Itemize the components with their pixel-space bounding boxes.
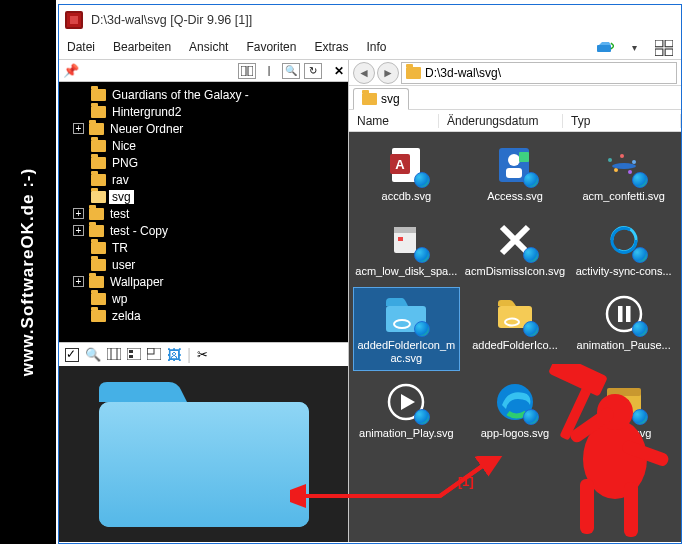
menu-bearbeiten[interactable]: Bearbeiten: [113, 40, 171, 54]
picture-icon[interactable]: 🖼: [167, 347, 181, 363]
edge-badge-icon: [632, 321, 648, 337]
layout-split-icon[interactable]: [238, 63, 256, 79]
folder-icon: [406, 67, 421, 79]
col-type[interactable]: Typ: [563, 114, 681, 128]
file-item[interactable]: Access.svg: [462, 138, 569, 209]
svg-rect-44: [619, 400, 629, 405]
tree-item[interactable]: zelda: [59, 307, 348, 324]
path-input[interactable]: D:\3d-wal\svg\: [401, 62, 677, 84]
svg-rect-0: [597, 45, 611, 52]
edge-badge-icon: [414, 321, 430, 337]
file-thumbnail: [489, 381, 541, 423]
tree-label: Wallpaper: [107, 275, 167, 289]
menu-info[interactable]: Info: [366, 40, 386, 54]
file-name: Access.svg: [487, 190, 543, 203]
dropdown-arrow-icon[interactable]: ▾: [632, 42, 637, 53]
file-name: acmDismissIcon.svg: [465, 265, 565, 278]
file-item[interactable]: acm_confetti.svg: [570, 138, 677, 209]
col-name[interactable]: Name: [349, 114, 439, 128]
folder-icon: [91, 293, 106, 305]
folder-icon: [91, 106, 106, 118]
edge-badge-icon: [632, 172, 648, 188]
menu-bar: Datei Bearbeiten Ansicht Favoriten Extra…: [59, 35, 681, 59]
menu-extras[interactable]: Extras: [314, 40, 348, 54]
filmstrip-icon[interactable]: [107, 346, 121, 364]
tree-item[interactable]: wp: [59, 290, 348, 307]
file-name: addedFolderIco...: [472, 339, 558, 352]
folder-icon: [91, 89, 106, 101]
expand-icon[interactable]: +: [73, 208, 84, 219]
nav-back-button[interactable]: ◄: [353, 62, 375, 84]
svg-rect-32: [398, 237, 403, 241]
tab-svg[interactable]: svg: [353, 88, 409, 110]
folder-tree[interactable]: Guardians of the Galaxy -Hintergrund2+Ne…: [59, 82, 348, 342]
folder-icon: [89, 208, 104, 220]
tree-item[interactable]: +test - Copy: [59, 222, 348, 239]
tree-item[interactable]: user: [59, 256, 348, 273]
close-pane-icon[interactable]: ✕: [334, 64, 344, 78]
file-item[interactable]: acmDismissIcon.svg: [462, 213, 569, 284]
preview-toolbar: 🔍 🖼 | ✂: [59, 342, 348, 366]
tree-item[interactable]: +Neuer Ordner: [59, 120, 348, 137]
right-pane: ◄ ► D:\3d-wal\svg\ svg Name Änderungsdat…: [349, 60, 681, 542]
panes: 📌 | 🔍 ↻ ✕ Guardians of the Galaxy -Hinte…: [59, 60, 681, 542]
divider: |: [260, 63, 278, 79]
thumbnail-icon[interactable]: [147, 346, 161, 364]
file-name: animation_Play.svg: [359, 427, 454, 440]
nav-forward-button[interactable]: ►: [377, 62, 399, 84]
tree-item[interactable]: +test: [59, 205, 348, 222]
preview-toggle-checkbox[interactable]: [65, 348, 79, 362]
folder-icon: [91, 157, 106, 169]
menu-datei[interactable]: Datei: [67, 40, 95, 54]
svg-rect-4: [665, 49, 673, 56]
refresh-icon[interactable]: ↻: [304, 63, 322, 79]
file-item[interactable]: activity-sync-cons...: [570, 213, 677, 284]
app-icon: [65, 11, 83, 29]
menu-ansicht[interactable]: Ansicht: [189, 40, 228, 54]
expand-icon[interactable]: +: [73, 225, 84, 236]
file-name: acm_low_disk_spa...: [355, 265, 457, 278]
tree-item[interactable]: PNG: [59, 154, 348, 171]
tab-row: svg: [349, 86, 681, 110]
expand-icon[interactable]: +: [73, 276, 84, 287]
file-item[interactable]: addedFolderIco...: [462, 287, 569, 370]
layout-grid-icon[interactable]: [655, 40, 673, 54]
tree-item[interactable]: Nice: [59, 137, 348, 154]
tree-label: test: [107, 207, 132, 221]
svg-rect-11: [129, 350, 133, 353]
edge-badge-icon: [523, 321, 539, 337]
svg-rect-3: [655, 49, 663, 56]
magnify-icon[interactable]: 🔍: [85, 347, 101, 362]
crop-icon[interactable]: ✂: [197, 347, 208, 362]
tree-item[interactable]: Hintergrund2: [59, 103, 348, 120]
app-window: D:\3d-wal\svg [Q-Dir 9.96 [1]] Datei Bea…: [58, 4, 682, 544]
magnify-icon[interactable]: 🔍: [282, 63, 300, 79]
tree-item[interactable]: TR: [59, 239, 348, 256]
tree-item[interactable]: Guardians of the Galaxy -: [59, 86, 348, 103]
tree-label: test - Copy: [107, 224, 171, 238]
tree-item[interactable]: svg: [59, 188, 348, 205]
tab-label: svg: [381, 92, 400, 106]
menu-favoriten[interactable]: Favoriten: [246, 40, 296, 54]
file-item[interactable]: animation_Play.svg: [353, 375, 460, 446]
file-item[interactable]: animation_Pause...: [570, 287, 677, 370]
file-item[interactable]: addedFolderIcon_mac.svg: [353, 287, 460, 370]
tree-item[interactable]: +Wallpaper: [59, 273, 348, 290]
tree-item[interactable]: rav: [59, 171, 348, 188]
file-name: activity-sync-cons...: [576, 265, 672, 278]
list-icon[interactable]: [127, 346, 141, 364]
expand-icon[interactable]: +: [73, 123, 84, 134]
file-item[interactable]: archive.svg: [570, 375, 677, 446]
tree-label: rav: [109, 173, 132, 187]
pin-icon[interactable]: 📌: [63, 63, 79, 78]
file-item[interactable]: acm_low_disk_spa...: [353, 213, 460, 284]
svg-rect-10: [127, 348, 141, 360]
file-grid[interactable]: Aaccdb.svgAccess.svgacm_confetti.svgacm_…: [349, 132, 681, 542]
file-thumbnail: [598, 381, 650, 423]
file-thumbnail: [489, 293, 541, 335]
drive-icon[interactable]: [596, 40, 614, 54]
file-item[interactable]: Aaccdb.svg: [353, 138, 460, 209]
edge-badge-icon: [632, 409, 648, 425]
file-item[interactable]: app-logos.svg: [462, 375, 569, 446]
col-date[interactable]: Änderungsdatum: [439, 114, 563, 128]
